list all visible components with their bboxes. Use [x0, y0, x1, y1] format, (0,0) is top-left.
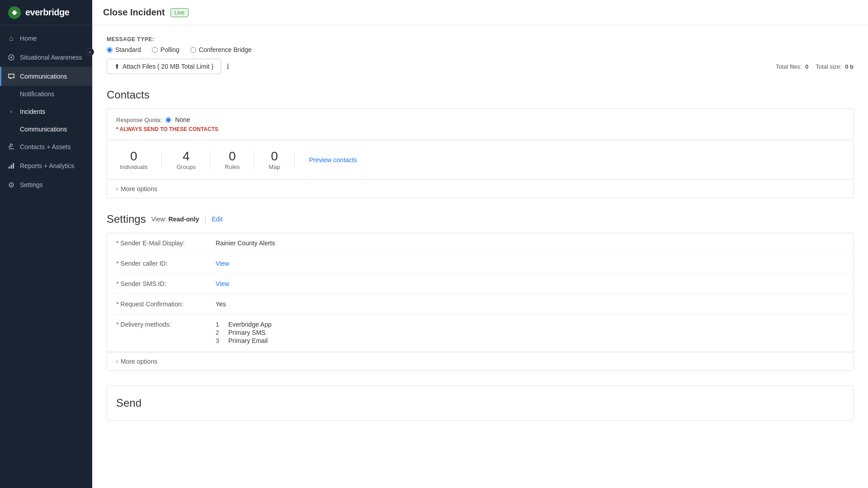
settings-header: Settings View: Read-only | Edit	[107, 213, 854, 225]
svg-rect-6	[9, 167, 10, 169]
message-type-radio-group: Standard Polling Conference Bridge	[107, 46, 854, 53]
home-icon: ⌂	[7, 34, 15, 42]
settings-key-delivery-methods: * Delivery methods:	[116, 321, 216, 328]
svg-point-3	[10, 56, 12, 58]
chevron-right-icon: ›	[116, 186, 118, 192]
sender-caller-link[interactable]: View	[216, 260, 229, 267]
radio-conference-bridge-input[interactable]	[190, 47, 196, 53]
sidebar-item-incidents[interactable]: ● Incidents	[0, 102, 92, 121]
stat-rules-label: Rules	[225, 164, 240, 170]
stat-map-label: Map	[269, 164, 280, 170]
response-quota-value: None	[175, 116, 190, 123]
total-files-display: Total files: 0	[776, 63, 808, 70]
incidents-dot-icon: ●	[7, 108, 15, 116]
radio-polling-input[interactable]	[152, 47, 158, 53]
sidebar-item-reports-analytics[interactable]: Reports + Analytics	[0, 156, 92, 175]
send-box: Send	[107, 385, 854, 421]
response-quota-radio[interactable]	[165, 117, 171, 123]
contacts-section-title: Contacts	[107, 85, 854, 101]
logo: everbridge	[0, 0, 92, 25]
preview-contacts-link[interactable]: Preview contacts	[309, 156, 357, 164]
settings-row-request-confirmation: * Request Confirmation: Yes	[107, 294, 853, 314]
radio-standard[interactable]: Standard	[107, 46, 141, 53]
settings-edit-link[interactable]: Edit	[212, 216, 222, 223]
sidebar-item-notifications[interactable]: Notifications	[0, 86, 92, 102]
settings-more-options[interactable]: › More options	[107, 352, 853, 371]
content-area: MESSAGE TYPE: Standard Polling Conferenc…	[92, 25, 868, 488]
radio-polling[interactable]: Polling	[152, 46, 179, 53]
contacts-section: Contacts Response Quota: None * ALWAYS S…	[107, 85, 854, 198]
radio-conference-bridge[interactable]: Conference Bridge	[190, 46, 252, 53]
stat-map: 0 Map	[254, 149, 294, 170]
header: Close Incident Live	[92, 0, 868, 25]
response-quota-label: Response Quota:	[116, 117, 162, 123]
stat-groups-value: 4	[176, 149, 196, 164]
settings-row-sender-email: * Sender E-Mail Display: Rainier County …	[107, 233, 853, 253]
upload-icon: ⬆	[114, 63, 120, 70]
logo-text: everbridge	[25, 7, 69, 18]
radio-standard-input[interactable]	[107, 47, 113, 53]
attach-row: ⬆ Attach Files ( 20 MB Total Limit ) ℹ T…	[107, 59, 854, 74]
sidebar-item-situational-awareness-label: Situational Awareness	[20, 54, 82, 61]
live-badge: Live	[170, 8, 189, 17]
stat-rules-value: 0	[225, 149, 240, 164]
settings-value-sender-caller: View	[216, 260, 844, 267]
settings-value-delivery-methods: 1 Everbridge App 2 Primary SMS 3 Primary…	[216, 321, 844, 345]
stat-map-value: 0	[269, 149, 280, 164]
settings-row-sender-sms: * Sender SMS ID: View	[107, 274, 853, 294]
svg-point-4	[10, 144, 13, 146]
stat-groups-label: Groups	[176, 164, 196, 170]
settings-section-title: Settings	[107, 213, 146, 225]
sidebar: everbridge « ⌂ Home Situational Awarenes…	[0, 0, 92, 488]
settings-more-options-label: More options	[121, 358, 157, 365]
chevron-right-icon-2: ›	[116, 358, 118, 365]
svg-rect-7	[11, 165, 12, 169]
situational-awareness-icon	[7, 53, 15, 61]
settings-row-sender-caller: * Sender caller ID: View	[107, 253, 853, 274]
stat-rules: 0 Rules	[210, 149, 254, 170]
settings-key-sender-email: * Sender E-Mail Display:	[116, 239, 216, 247]
send-section-title: Send	[116, 397, 844, 409]
settings-key-sender-caller: * Sender caller ID:	[116, 260, 216, 267]
radio-standard-label: Standard	[115, 46, 141, 53]
send-section: Send	[107, 385, 854, 421]
sidebar-item-contacts-assets[interactable]: Contacts + Assets	[0, 137, 92, 156]
always-send-text: * ALWAYS SEND TO THESE CONTACTS	[116, 126, 844, 132]
settings-value-request-confirmation: Yes	[216, 300, 844, 308]
sidebar-item-communications-label: Communications	[20, 73, 67, 80]
delivery-item-2: 2 Primary SMS	[216, 329, 844, 336]
contacts-stats: 0 Individuals 4 Groups 0 Rules 0 Map	[107, 140, 853, 179]
info-icon[interactable]: ℹ	[226, 62, 229, 71]
sidebar-item-home[interactable]: ⌂ Home	[0, 29, 92, 48]
radio-polling-label: Polling	[160, 46, 179, 53]
page-title: Close Incident	[103, 7, 165, 18]
settings-box: * Sender E-Mail Display: Rainier County …	[107, 233, 854, 371]
sidebar-collapse-button[interactable]: «	[86, 48, 94, 56]
sender-sms-link[interactable]: View	[216, 280, 229, 287]
sidebar-item-communications-sub-label: Communications	[20, 126, 67, 133]
sidebar-item-settings-label: Settings	[20, 181, 43, 188]
total-size-display: Total size: 0 b	[816, 63, 854, 70]
settings-key-sender-sms: * Sender SMS ID:	[116, 280, 216, 287]
attach-files-label: Attach Files ( 20 MB Total Limit )	[123, 63, 213, 70]
sidebar-item-contacts-assets-label: Contacts + Assets	[20, 143, 71, 150]
sidebar-item-communications[interactable]: Communications	[0, 67, 92, 86]
attach-files-button[interactable]: ⬆ Attach Files ( 20 MB Total Limit )	[107, 59, 221, 74]
communications-icon	[7, 72, 15, 80]
sidebar-item-situational-awareness[interactable]: Situational Awareness	[0, 48, 92, 67]
delivery-methods-list: 1 Everbridge App 2 Primary SMS 3 Primary…	[216, 321, 844, 344]
settings-icon: ⚙	[7, 181, 15, 189]
sidebar-item-communications-sub[interactable]: Communications	[0, 121, 92, 137]
sidebar-item-incidents-label: Incidents	[20, 108, 45, 115]
reports-analytics-icon	[7, 162, 15, 170]
sidebar-item-reports-analytics-label: Reports + Analytics	[20, 162, 74, 169]
settings-key-request-confirmation: * Request Confirmation:	[116, 300, 216, 308]
radio-conference-bridge-label: Conference Bridge	[199, 46, 252, 53]
delivery-item-1: 1 Everbridge App	[216, 321, 844, 328]
svg-point-5	[9, 146, 10, 148]
contacts-assets-icon	[7, 143, 15, 151]
everbridge-logo-icon	[7, 5, 22, 20]
contacts-more-options[interactable]: › More options	[107, 179, 853, 198]
sidebar-item-settings[interactable]: ⚙ Settings	[0, 175, 92, 194]
delivery-item-3: 3 Primary Email	[216, 337, 844, 344]
